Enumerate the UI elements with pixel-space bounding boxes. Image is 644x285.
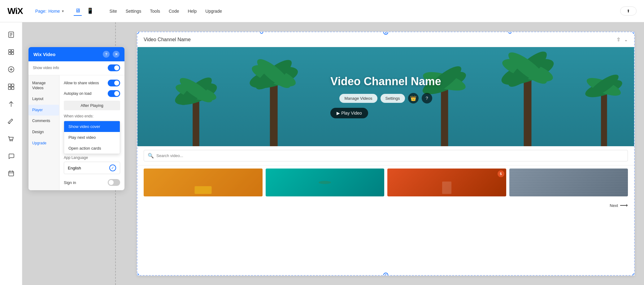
show-video-info-row: Show video info ✓ bbox=[33, 64, 120, 71]
search-input[interactable] bbox=[156, 153, 624, 158]
panel-body: Manage Videos Layout Player Comments Des… bbox=[28, 75, 124, 190]
video-panel: Wix Video ? ✕ Show video info ✓ bbox=[28, 47, 124, 190]
nav-tools[interactable]: Tools bbox=[150, 9, 160, 14]
play-video-button[interactable]: ▶ Play Video bbox=[330, 108, 368, 118]
svg-rect-18 bbox=[9, 171, 14, 176]
panel-help-icon[interactable]: ? bbox=[103, 51, 110, 58]
svg-point-16 bbox=[10, 140, 11, 141]
video-thumb-3[interactable]: 5 bbox=[387, 169, 506, 196]
manage-videos-button[interactable]: Manage Videos bbox=[339, 94, 377, 103]
sidebar-icon-chat[interactable] bbox=[4, 149, 19, 164]
svg-rect-7 bbox=[11, 52, 14, 55]
bottom-selection-handle[interactable]: ⬇ bbox=[383, 273, 388, 276]
panel-header-icons: ? ✕ bbox=[103, 51, 120, 58]
page-label: Page: bbox=[35, 9, 47, 14]
panel-nav-player[interactable]: Player bbox=[28, 105, 59, 116]
search-icon: 🔍 bbox=[148, 153, 154, 159]
dropdown-item-open-cards[interactable]: Open action cards bbox=[64, 143, 120, 154]
nav-help[interactable]: Help bbox=[188, 9, 197, 14]
corner-handle-br[interactable] bbox=[633, 274, 635, 276]
canvas-area: Wix Video ? ✕ Show video info ✓ bbox=[22, 22, 644, 285]
editor-area: Wix Video ? ✕ Show video info ✓ bbox=[22, 22, 644, 285]
sidebar-icon-media[interactable] bbox=[4, 97, 19, 112]
panel-nav-manage[interactable]: Manage Videos bbox=[28, 78, 59, 94]
sign-in-row: Sign in bbox=[64, 179, 120, 186]
svg-point-17 bbox=[11, 140, 12, 141]
svg-rect-13 bbox=[8, 87, 11, 90]
share-icon[interactable]: ⇧ bbox=[616, 37, 620, 42]
share-label: Allow to share videos bbox=[64, 81, 99, 85]
dropdown-item-play-next[interactable]: Play next video bbox=[64, 132, 120, 143]
download-bottom-icon: ⬇ bbox=[385, 274, 387, 276]
page-name: Home bbox=[48, 9, 60, 14]
panel-nav-design[interactable]: Design bbox=[28, 127, 59, 138]
help-circle-icon[interactable]: ? bbox=[422, 93, 432, 103]
panel-nav-comments[interactable]: Comments bbox=[28, 116, 59, 127]
collapse-icon[interactable]: ⌄ bbox=[624, 37, 628, 42]
when-video-label: When video ends: bbox=[64, 114, 120, 118]
dropdown-menu: Show video cover Play next video Open ac… bbox=[64, 121, 120, 154]
sign-in-label: Sign in bbox=[64, 180, 76, 185]
search-input-wrap: 🔍 bbox=[144, 150, 628, 161]
panel-header: Wix Video ? ✕ bbox=[28, 47, 124, 61]
autoplay-toggle[interactable]: ✓ bbox=[108, 90, 120, 97]
dropdown-item-show-cover[interactable]: Show video cover bbox=[64, 121, 120, 132]
next-label[interactable]: Next bbox=[610, 203, 618, 208]
nav-code[interactable]: Code bbox=[169, 9, 179, 14]
wix-logo: WiX bbox=[7, 6, 23, 16]
svg-rect-11 bbox=[8, 84, 11, 86]
video-thumbnails: 5 bbox=[137, 165, 634, 200]
panel-top-toggle: Show video info ✓ bbox=[28, 61, 124, 75]
sidebar-icon-store[interactable] bbox=[4, 131, 19, 146]
language-circle-icon: ✓ bbox=[109, 164, 116, 171]
show-video-info-label: Show video info bbox=[33, 66, 59, 70]
panel-content: Allow to share videos ✓ Autoplay on load… bbox=[59, 75, 124, 190]
nav-site[interactable]: Site bbox=[110, 9, 117, 14]
video-thumb-4[interactable] bbox=[509, 169, 628, 196]
video-thumb-2[interactable] bbox=[266, 169, 385, 196]
svg-rect-12 bbox=[11, 84, 14, 86]
mobile-icon[interactable]: 📱 bbox=[85, 6, 95, 16]
device-icons: 🖥 📱 bbox=[74, 6, 95, 16]
kayak-shape bbox=[319, 181, 331, 184]
language-selector[interactable]: English ✓ bbox=[64, 162, 120, 174]
search-bar: 🔍 bbox=[137, 146, 634, 165]
sidebar-icon-design[interactable] bbox=[4, 114, 19, 129]
svg-rect-4 bbox=[9, 50, 11, 52]
top-bar-right: ⬆ bbox=[620, 7, 637, 15]
page-chevron-icon: ▾ bbox=[62, 9, 64, 13]
svg-rect-14 bbox=[11, 87, 14, 90]
sidebar-icon-events[interactable] bbox=[4, 166, 19, 181]
left-sidebar bbox=[0, 22, 22, 285]
save-button[interactable]: ⬆ bbox=[620, 7, 637, 15]
share-toggle-row: Allow to share videos ✓ bbox=[64, 80, 120, 86]
panel-nav-upgrade[interactable]: Upgrade bbox=[28, 138, 59, 149]
corner-handle-bl[interactable] bbox=[137, 274, 139, 276]
panel-close-icon[interactable]: ✕ bbox=[113, 51, 120, 58]
corner-handle-tr[interactable] bbox=[633, 32, 635, 34]
crown-icon[interactable]: 👑 bbox=[408, 93, 419, 103]
panel-nav-layout[interactable]: Layout bbox=[28, 94, 59, 105]
svg-rect-6 bbox=[9, 52, 11, 55]
hero-title: Video Channel Name bbox=[330, 75, 441, 88]
sign-in-toggle[interactable] bbox=[108, 179, 120, 186]
page-selector[interactable]: Page: Home ▾ bbox=[35, 9, 64, 14]
after-playing-tab[interactable]: After Playing bbox=[64, 101, 120, 110]
hero-buttons: Manage Videos Settings 👑 ? bbox=[330, 93, 441, 103]
show-video-info-toggle[interactable]: ✓ bbox=[108, 64, 120, 71]
nav-settings[interactable]: Settings bbox=[126, 9, 141, 14]
svg-point-15 bbox=[9, 123, 10, 124]
sidebar-icon-apps[interactable] bbox=[4, 79, 19, 94]
video-thumb-1[interactable] bbox=[144, 169, 263, 196]
sidebar-icon-add[interactable] bbox=[4, 62, 19, 77]
autoplay-toggle-row: Autoplay on load ✓ bbox=[64, 90, 120, 97]
sidebar-icon-elements[interactable] bbox=[4, 45, 19, 59]
desktop-icon[interactable]: 🖥 bbox=[74, 6, 82, 16]
preview-channel-name: Video Channel Name bbox=[144, 37, 191, 42]
sidebar-icon-pages[interactable] bbox=[4, 27, 19, 42]
settings-button[interactable]: Settings bbox=[381, 94, 405, 103]
nav-upgrade[interactable]: Upgrade bbox=[205, 9, 222, 14]
next-row: Next ⟶ bbox=[137, 200, 634, 211]
svg-rect-5 bbox=[11, 50, 14, 52]
share-toggle[interactable]: ✓ bbox=[108, 80, 120, 86]
